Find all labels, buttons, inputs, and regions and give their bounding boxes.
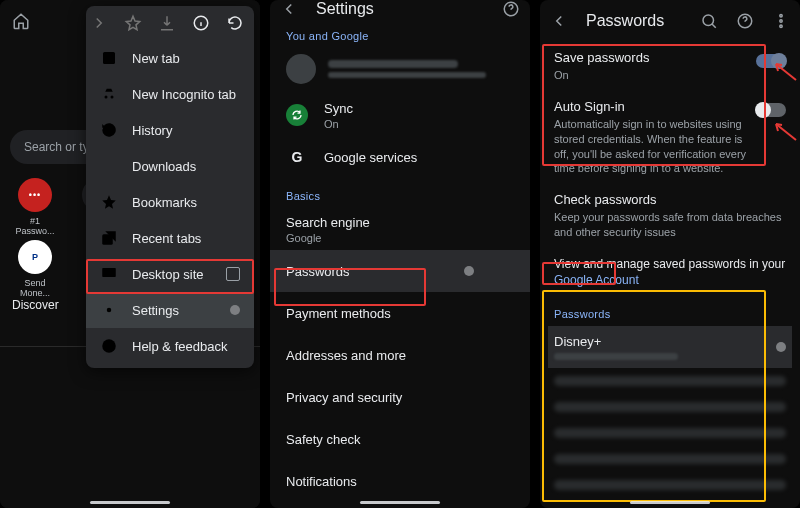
passwords-title: Passwords <box>586 12 664 30</box>
star-icon[interactable] <box>124 14 142 32</box>
incognito-icon <box>100 85 118 103</box>
forward-icon[interactable] <box>90 14 108 32</box>
search-icon[interactable] <box>700 12 718 30</box>
menu-header <box>86 6 254 40</box>
refresh-icon[interactable] <box>226 14 244 32</box>
section-basics: Basics <box>270 178 530 208</box>
menu-bookmarks[interactable]: Bookmarks <box>86 184 254 220</box>
svg-rect-3 <box>102 268 116 277</box>
settings-title: Settings <box>316 0 374 18</box>
auto-signin-toggle[interactable] <box>756 103 786 117</box>
settings-safety[interactable]: Safety check <box>270 418 530 460</box>
auto-signin-row[interactable]: Auto Sign-in Automatically sign in to we… <box>548 91 792 184</box>
svg-point-7 <box>703 15 714 26</box>
svg-point-10 <box>780 20 782 22</box>
password-entry-blurred[interactable] <box>548 446 792 472</box>
home-indicator <box>630 501 710 504</box>
google-account-link[interactable]: Google Account <box>554 273 639 287</box>
home-indicator <box>90 501 170 504</box>
settings-search-engine[interactable]: Search engineGoogle <box>270 208 530 250</box>
view-manage-row: View and manage saved passwords in your … <box>548 248 792 296</box>
password-entry-disney[interactable]: Disney+ <box>548 326 792 368</box>
settings-passwords[interactable]: Passwords <box>270 250 530 292</box>
red-arrow-2 <box>770 120 798 142</box>
back-icon[interactable] <box>280 0 298 18</box>
pw-username-blurred <box>554 353 678 360</box>
gear-icon <box>100 301 118 319</box>
panel-browser-menu: G Search or type w •••#1 Passwo... Upw A… <box>0 0 260 508</box>
settings-privacy[interactable]: Privacy and security <box>270 376 530 418</box>
password-entry-blurred[interactable] <box>548 472 792 498</box>
password-entry-blurred[interactable] <box>548 394 792 420</box>
desktop-checkbox[interactable] <box>226 267 240 281</box>
account-email-blurred <box>328 72 486 78</box>
settings-google-services[interactable]: G Google services <box>270 136 530 178</box>
password-entry-blurred[interactable] <box>548 420 792 446</box>
settings-notifications[interactable]: Notifications <box>270 460 530 502</box>
touch-indicator <box>776 342 786 352</box>
tabs-icon <box>100 229 118 247</box>
home-indicator <box>360 501 440 504</box>
passwords-body: Save passwords On Auto Sign-in Automatic… <box>540 42 800 508</box>
menu-desktop-site[interactable]: Desktop site <box>86 256 254 292</box>
back-icon[interactable] <box>550 12 568 30</box>
menu-history[interactable]: History <box>86 112 254 148</box>
settings-sync[interactable]: SyncOn <box>270 94 530 136</box>
history-icon <box>100 121 118 139</box>
settings-titlebar: Settings <box>270 0 530 18</box>
menu-recent-tabs[interactable]: Recent tabs <box>86 220 254 256</box>
help-icon[interactable] <box>502 0 520 18</box>
menu-new-tab[interactable]: New tab <box>86 40 254 76</box>
touch-indicator <box>230 305 240 315</box>
passwords-section-label: Passwords <box>548 296 792 326</box>
discover-label: Discover <box>12 298 59 312</box>
avatar <box>286 54 316 84</box>
passwords-titlebar: Passwords <box>540 0 800 42</box>
google-icon: G <box>286 146 308 168</box>
menu-help[interactable]: Help & feedback <box>86 328 254 364</box>
info-icon[interactable] <box>192 14 210 32</box>
download-icon <box>100 157 118 175</box>
star-icon <box>100 193 118 211</box>
red-arrow-1 <box>770 60 798 82</box>
menu-settings[interactable]: Settings <box>86 292 254 328</box>
svg-point-9 <box>780 15 782 17</box>
more-icon[interactable] <box>772 12 790 30</box>
touch-indicator <box>464 266 474 276</box>
svg-point-11 <box>780 25 782 27</box>
settings-payment[interactable]: Payment methods <box>270 292 530 334</box>
section-you-and-google: You and Google <box>270 18 530 48</box>
menu-incognito[interactable]: New Incognito tab <box>86 76 254 112</box>
panel-settings: Settings You and Google SyncOn G Google … <box>270 0 530 508</box>
home-icon[interactable] <box>12 12 30 30</box>
panel-passwords: Passwords Save passwords On Auto Sign-in… <box>540 0 800 508</box>
help-icon[interactable] <box>736 12 754 30</box>
overflow-menu: New tab New Incognito tab History Downlo… <box>86 6 254 368</box>
settings-addresses[interactable]: Addresses and more <box>270 334 530 376</box>
menu-downloads[interactable]: Downloads <box>86 148 254 184</box>
password-entry-blurred[interactable] <box>548 368 792 394</box>
svg-point-4 <box>107 308 112 313</box>
shortcuts-row-2: PSend Mone... <box>10 240 60 298</box>
account-row[interactable] <box>270 48 530 94</box>
desktop-icon <box>100 265 118 283</box>
plus-icon <box>100 49 118 67</box>
shortcut-1password[interactable]: •••#1 Passwo... <box>10 178 60 236</box>
save-passwords-row[interactable]: Save passwords On <box>548 42 792 91</box>
svg-rect-1 <box>103 52 115 64</box>
shortcut-paypal[interactable]: PSend Mone... <box>10 240 60 298</box>
download-icon[interactable] <box>158 14 176 32</box>
check-passwords-row[interactable]: Check passwords Keep your passwords safe… <box>548 184 792 248</box>
account-name-blurred <box>328 60 458 68</box>
help-icon <box>100 337 118 355</box>
sync-icon <box>286 104 308 126</box>
